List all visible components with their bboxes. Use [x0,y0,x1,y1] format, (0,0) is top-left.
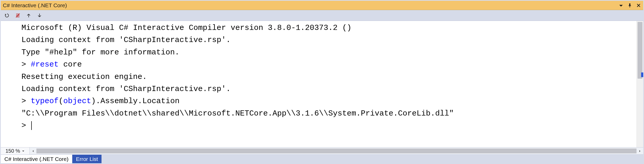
zoom-level-label: 150 % [5,148,20,154]
history-next-button[interactable] [36,12,43,19]
console-line: > [21,120,637,132]
console-output[interactable]: Microsoft (R) Visual C# Interactive Comp… [1,21,637,147]
console-text: Resetting execution engine. [21,72,147,81]
horizontal-scrollbar-thumb[interactable] [36,149,637,153]
console-text: core [59,60,82,69]
console-text: #reset [31,60,59,69]
console-text: typeof [31,97,59,105]
console-line: Microsoft (R) Visual C# Interactive Comp… [21,22,637,34]
pin-icon[interactable] [627,3,632,8]
console-line: Type "#help" for more information. [21,46,637,59]
vertical-scrollbar[interactable] [637,21,643,147]
window-title: C# Interactive (.NET Core) [3,2,618,9]
zoom-level-dropdown[interactable]: 150 % [1,147,30,154]
titlebar: C# Interactive (.NET Core) [1,1,643,10]
console-text: > [21,121,31,130]
close-icon[interactable] [636,3,641,8]
tab-csharp-interactive[interactable]: C# Interactive (.NET Core) [1,155,72,163]
toolbar [1,10,643,21]
history-previous-button[interactable] [25,12,32,19]
console-area: Microsoft (R) Visual C# Interactive Comp… [1,21,643,147]
scroll-left-icon[interactable] [30,147,36,154]
console-text: > [21,97,31,105]
tool-window-tabs: C# Interactive (.NET Core) Error List [1,154,643,163]
clear-screen-button[interactable] [14,12,21,19]
reset-button[interactable] [3,12,11,19]
scroll-right-icon[interactable] [637,147,643,154]
tab-label: C# Interactive (.NET Core) [4,156,68,162]
console-text: Type "#help" for more information. [21,48,179,57]
console-text: object [63,97,91,105]
text-cursor [31,121,32,130]
window-options-icon[interactable] [618,3,624,8]
console-line: "C:\\Program Files\\dotnet\\shared\\Micr… [21,108,637,120]
console-line: Resetting execution engine. [21,71,637,83]
console-text: Loading context from 'CSharpInteractive.… [21,85,231,93]
chevron-down-icon [22,150,25,153]
console-text: Loading context from 'CSharpInteractive.… [21,36,231,44]
console-text: > [21,60,31,69]
console-text: ).Assembly.Location [91,97,179,105]
bottom-strip: 150 % [1,147,643,154]
window-controls [618,3,641,8]
console-line: Loading context from 'CSharpInteractive.… [21,34,637,46]
tab-error-list[interactable]: Error List [72,155,102,163]
console-text: Microsoft (R) Visual C# Interactive Comp… [21,23,351,32]
vertical-scrollbar-thumb[interactable] [638,22,642,79]
horizontal-scrollbar[interactable] [30,147,643,154]
console-text: "C:\\Program Files\\dotnet\\shared\\Micr… [21,109,454,118]
console-line: > #reset core [21,59,637,71]
scrollbar-caret-marker [641,72,643,77]
tab-label: Error List [76,156,98,162]
console-line: > typeof(object).Assembly.Location [21,95,637,107]
console-line: Loading context from 'CSharpInteractive.… [21,83,637,95]
console-text: ( [59,97,63,105]
